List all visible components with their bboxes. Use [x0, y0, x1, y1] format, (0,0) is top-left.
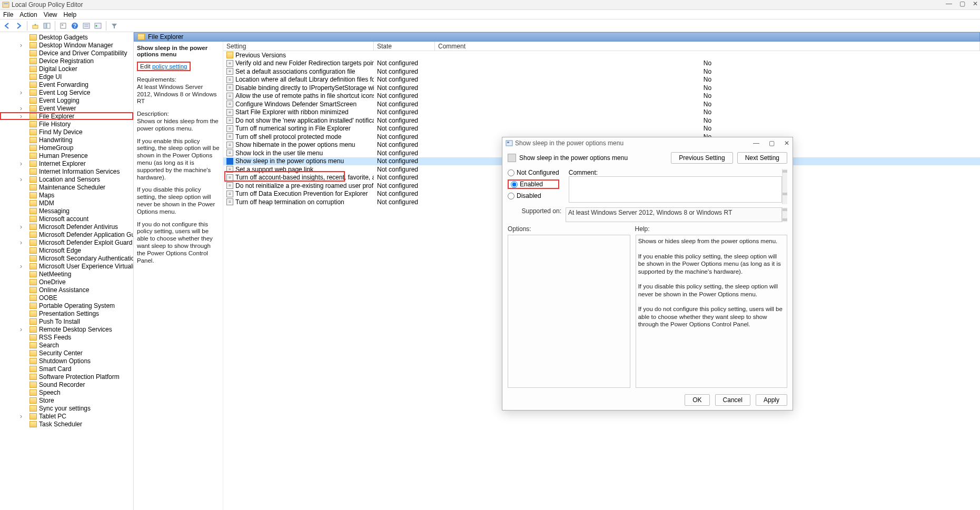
menu-file[interactable]: File	[3, 11, 13, 18]
list-row[interactable]: ≡Allow the use of remote paths in file s…	[223, 92, 980, 101]
tree-item[interactable]: Speech	[0, 388, 133, 396]
dialog-maximize-icon[interactable]: ▢	[769, 139, 775, 147]
previous-setting-button[interactable]: Previous Setting	[671, 152, 732, 164]
radio-not-configured[interactable]: Not Configured	[508, 169, 559, 176]
list-row[interactable]: ≡Verify old and new Folder Redirection t…	[223, 59, 980, 68]
comment-textarea[interactable]	[569, 176, 782, 203]
tree-item[interactable]: Shutdown Options	[0, 357, 133, 365]
tree-item[interactable]: HomeGroup	[0, 144, 133, 152]
tree-item[interactable]: OOBE	[0, 294, 133, 302]
tree-item[interactable]: Device Registration	[0, 57, 133, 65]
tree-item[interactable]: Microsoft User Experience Virtualization	[0, 262, 133, 270]
help-icon[interactable]: ?	[70, 21, 80, 31]
dialog-minimize-icon[interactable]: —	[753, 139, 759, 147]
tree-item[interactable]: File Explorer	[0, 112, 133, 120]
list-row[interactable]: ≡Do not show the 'new application instal…	[223, 116, 980, 125]
tree-item[interactable]: Microsoft Defender Application Guard	[0, 231, 133, 238]
edit-policy-link[interactable]: policy setting	[152, 63, 187, 69]
maximize-icon[interactable]: ▢	[959, 0, 965, 7]
radio-not-configured-input[interactable]	[508, 169, 514, 176]
tree-item[interactable]: Digital Locker	[0, 65, 133, 73]
tree-item[interactable]: NetMeeting	[0, 270, 133, 278]
tree-item[interactable]: Smart Card	[0, 365, 133, 373]
menu-action[interactable]: Action	[19, 11, 37, 18]
apply-button[interactable]: Apply	[756, 394, 787, 406]
tree-item[interactable]: Security Center	[0, 349, 133, 357]
tree-item[interactable]: Event Logging	[0, 96, 133, 104]
tree-item[interactable]: Messaging	[0, 207, 133, 215]
menu-view[interactable]: View	[44, 11, 57, 18]
back-arrow-icon[interactable]	[2, 21, 13, 31]
tree-item[interactable]: Microsoft Edge	[0, 246, 133, 254]
tree-item[interactable]: Tablet PC	[0, 412, 133, 420]
supported-scroll[interactable]	[782, 207, 787, 222]
tree-item[interactable]: Remote Desktop Services	[0, 325, 133, 333]
all-settings-icon[interactable]	[81, 21, 92, 31]
tree-item[interactable]: OneDrive	[0, 278, 133, 286]
tree-item[interactable]: Software Protection Platform	[0, 373, 133, 381]
tree-item[interactable]: Edge UI	[0, 73, 133, 81]
tree-item[interactable]: Portable Operating System	[0, 302, 133, 309]
radio-enabled-input[interactable]	[511, 181, 518, 188]
filter-icon[interactable]	[109, 21, 120, 31]
radio-disabled-input[interactable]	[508, 193, 514, 199]
tree-item[interactable]: Human Presence	[0, 152, 133, 159]
menu-help[interactable]: Help	[64, 11, 77, 18]
tree-item[interactable]: Event Forwarding	[0, 81, 133, 88]
tree-item[interactable]: Sync your settings	[0, 404, 133, 412]
tree-item[interactable]: Location and Sensors	[0, 175, 133, 183]
column-setting[interactable]: Setting	[223, 42, 374, 51]
tree-item[interactable]: MDM	[0, 199, 133, 207]
next-setting-button[interactable]: Next Setting	[737, 152, 787, 164]
close-icon[interactable]: ✕	[973, 0, 978, 7]
ok-button[interactable]: OK	[685, 394, 709, 406]
tree-item[interactable]: Microsoft account	[0, 215, 133, 223]
cancel-button[interactable]: Cancel	[715, 394, 750, 406]
tree-item[interactable]: Internet Explorer	[0, 159, 133, 167]
tree-item[interactable]: Task Scheduler	[0, 420, 133, 428]
tree-item[interactable]: Microsoft Secondary Authentication Facto…	[0, 254, 133, 262]
options-pane[interactable]	[508, 235, 630, 388]
tree-item[interactable]: Event Viewer	[0, 104, 133, 112]
forward-arrow-icon[interactable]	[14, 21, 24, 31]
up-level-icon[interactable]	[30, 21, 41, 31]
tree-item[interactable]: Maintenance Scheduler	[0, 183, 133, 191]
list-row[interactable]: ≡Location where all default Library defi…	[223, 76, 980, 84]
tree-item[interactable]: Push To Install	[0, 317, 133, 325]
tree-item[interactable]: Device and Driver Compatibility	[0, 49, 133, 57]
tree-item[interactable]: Presentation Settings	[0, 309, 133, 317]
tree-item[interactable]: Search	[0, 341, 133, 349]
tree-item[interactable]: Online Assistance	[0, 286, 133, 294]
radio-disabled[interactable]: Disabled	[508, 192, 559, 199]
minimize-icon[interactable]: —	[946, 0, 952, 7]
list-row[interactable]: ≡Set a default associations configuratio…	[223, 67, 980, 76]
configured-settings-icon[interactable]	[93, 21, 103, 31]
list-row[interactable]: ≡Disable binding directly to IPropertySe…	[223, 84, 980, 92]
tree-item[interactable]: Maps	[0, 191, 133, 199]
tree-item[interactable]: Handwriting	[0, 136, 133, 144]
tree-item[interactable]: Desktop Gadgets	[0, 33, 133, 41]
tree-item[interactable]: Desktop Window Manager	[0, 41, 133, 49]
tree-item[interactable]: Microsoft Defender Antivirus	[0, 223, 133, 231]
list-row[interactable]: ≡Turn off numerical sorting in File Expl…	[223, 125, 980, 133]
export-list-icon[interactable]	[58, 21, 68, 31]
tree-item[interactable]: Event Log Service	[0, 88, 133, 96]
show-hide-console-tree-icon[interactable]	[42, 21, 52, 31]
tree-item[interactable]: Find My Device	[0, 128, 133, 136]
tree-item[interactable]: Sound Recorder	[0, 381, 133, 388]
column-state[interactable]: State	[374, 42, 435, 51]
tree-item[interactable]: RSS Feeds	[0, 333, 133, 341]
tree-item[interactable]: Store	[0, 396, 133, 404]
list-row[interactable]: ≡Start File Explorer with ribbon minimiz…	[223, 108, 980, 117]
list-row[interactable]: Previous Versions	[223, 51, 980, 59]
tree-item[interactable]: File History	[0, 120, 133, 128]
tree-pane[interactable]: Desktop GadgetsDesktop Window ManagerDev…	[0, 32, 134, 510]
help-pane[interactable]: Shows or hides sleep from the power opti…	[636, 235, 787, 388]
dialog-close-icon[interactable]: ✕	[784, 139, 789, 147]
radio-enabled[interactable]: Enabled	[508, 179, 559, 189]
tree-item[interactable]: Internet Information Services	[0, 167, 133, 175]
tree-item[interactable]: Microsoft Defender Exploit Guard	[0, 238, 133, 246]
comment-scroll[interactable]	[782, 169, 787, 204]
list-row[interactable]: ≡Configure Windows Defender SmartScreenN…	[223, 100, 980, 108]
column-comment[interactable]: Comment	[435, 42, 980, 51]
